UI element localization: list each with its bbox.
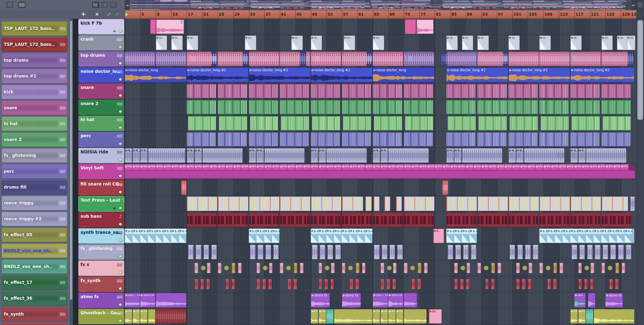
track-header-kick-f-7b[interactable]: kick F 7b... — [78, 19, 124, 35]
picker-item-fx-synth-06[interactable]: fx_ synth_06 — [2, 323, 67, 325]
clip[interactable]: N.. — [508, 148, 516, 163]
track-header-ghosthack-ga[interactable]: Ghosthack - Ga..... — [78, 309, 124, 324]
track-header-fx-synth[interactable]: fx_synth... — [78, 277, 124, 292]
clip[interactable] — [404, 52, 434, 66]
clip[interactable] — [610, 245, 616, 259]
clip[interactable] — [404, 132, 433, 147]
clip[interactable]: N.. — [187, 148, 194, 163]
clip[interactable] — [218, 84, 247, 98]
clip[interactable]: cr.. — [508, 35, 520, 50]
clip[interactable] — [319, 263, 322, 273]
picker-scrollbar[interactable] — [69, 19, 73, 325]
clip[interactable] — [343, 116, 372, 131]
track-header-test-press-laut[interactable]: Test Press - Laut '..... — [78, 196, 124, 212]
clip[interactable]: atm.. — [574, 293, 586, 308]
clip[interactable] — [326, 309, 334, 324]
clip[interactable] — [373, 84, 402, 98]
clip[interactable] — [218, 263, 222, 273]
clip[interactable]: atm..: 140.0 — [125, 293, 140, 308]
clip[interactable] — [156, 52, 186, 66]
clip[interactable] — [584, 266, 589, 271]
clip[interactable] — [618, 245, 624, 259]
clip[interactable] — [311, 100, 340, 114]
clip[interactable] — [311, 52, 342, 66]
clip[interactable] — [342, 213, 372, 227]
picker-item-kick[interactable]: kick — [2, 85, 67, 99]
clip[interactable] — [331, 263, 334, 273]
clip[interactable] — [539, 84, 569, 98]
track-header-fill-snare-roll-co[interactable]: fill snare roll CO..... — [78, 180, 124, 196]
mute-led[interactable] — [119, 78, 122, 81]
clip[interactable] — [374, 197, 380, 211]
clip[interactable] — [446, 52, 477, 66]
clip[interactable] — [300, 52, 306, 66]
clip[interactable] — [206, 279, 210, 289]
clip[interactable] — [609, 279, 613, 289]
clip[interactable] — [602, 263, 605, 273]
clip[interactable] — [416, 19, 434, 34]
trance-clip-group[interactable]: s..ws..ws..ws..w — [249, 229, 280, 243]
clip[interactable] — [232, 279, 235, 289]
clip[interactable]: En.. — [429, 309, 442, 324]
clip[interactable] — [602, 213, 632, 227]
mute-led[interactable] — [119, 271, 122, 274]
clip[interactable] — [373, 132, 402, 147]
clip[interactable] — [467, 263, 470, 273]
arrangement-minimap[interactable] — [130, 0, 631, 10]
picker-audio-tab-icon[interactable] — [18, 1, 26, 8]
clip[interactable] — [384, 197, 390, 211]
clip[interactable] — [410, 266, 415, 271]
clip[interactable] — [560, 263, 563, 273]
clip[interactable] — [508, 100, 538, 114]
clip[interactable] — [630, 197, 635, 211]
clip[interactable] — [539, 52, 570, 66]
clip[interactable] — [448, 116, 476, 131]
clip[interactable] — [595, 245, 600, 259]
clip[interactable] — [404, 293, 417, 308]
clip[interactable] — [300, 263, 304, 273]
clip[interactable] — [281, 116, 309, 131]
picker-item-hi-hat[interactable]: hi hat — [2, 117, 67, 131]
clip[interactable] — [387, 266, 392, 271]
clip[interactable] — [148, 309, 156, 324]
clip[interactable] — [503, 52, 508, 66]
clip[interactable] — [484, 266, 488, 271]
scroll-left-button[interactable]: ◄ — [125, 0, 130, 10]
clip[interactable] — [478, 132, 506, 147]
clip[interactable] — [404, 197, 434, 211]
clip[interactable]: 2 — [156, 19, 184, 34]
picker-item-fx-effect-17[interactable]: fx_effect_17 — [2, 275, 67, 290]
clip[interactable]: N.. — [454, 148, 462, 163]
mute-led[interactable] — [119, 175, 122, 177]
vertical-scrollbar[interactable] — [636, 19, 644, 325]
playlist-options-icon[interactable] — [636, 0, 644, 10]
clip[interactable] — [294, 263, 298, 273]
clip[interactable] — [232, 263, 235, 273]
clip[interactable] — [249, 132, 278, 147]
clip[interactable] — [181, 180, 186, 195]
link-icon[interactable] — [101, 1, 108, 8]
track-header-snare-2[interactable]: snare 2... — [78, 99, 124, 115]
clip[interactable] — [539, 263, 543, 273]
clip[interactable] — [446, 197, 477, 211]
picker-item-fx-synth[interactable]: fx_synth — [2, 307, 67, 322]
clip[interactable] — [524, 148, 564, 163]
clip[interactable] — [508, 197, 539, 211]
clip[interactable] — [442, 52, 447, 66]
clip[interactable]: cr.. — [478, 35, 489, 50]
clip[interactable] — [466, 279, 469, 289]
clip[interactable] — [242, 52, 248, 66]
clip[interactable] — [485, 279, 489, 289]
add-button[interactable]: + — [81, 10, 86, 17]
clip[interactable] — [148, 148, 185, 163]
clip[interactable] — [256, 263, 260, 273]
clip[interactable] — [280, 84, 309, 98]
picker-item-reece-trippy-2[interactable]: reece_trippy #2 — [2, 212, 67, 226]
clip[interactable] — [533, 245, 538, 259]
clip[interactable] — [510, 116, 538, 131]
clip[interactable] — [202, 148, 243, 163]
trance-clip-group[interactable]: s..ws..ws..ws..ws..ws..ws..ws..ws..ws..w… — [539, 229, 634, 243]
clip[interactable]: cr.. — [156, 35, 167, 50]
clip[interactable]: noise doctor_long #2 — [570, 68, 634, 82]
clip[interactable]: cr.. — [373, 35, 384, 50]
